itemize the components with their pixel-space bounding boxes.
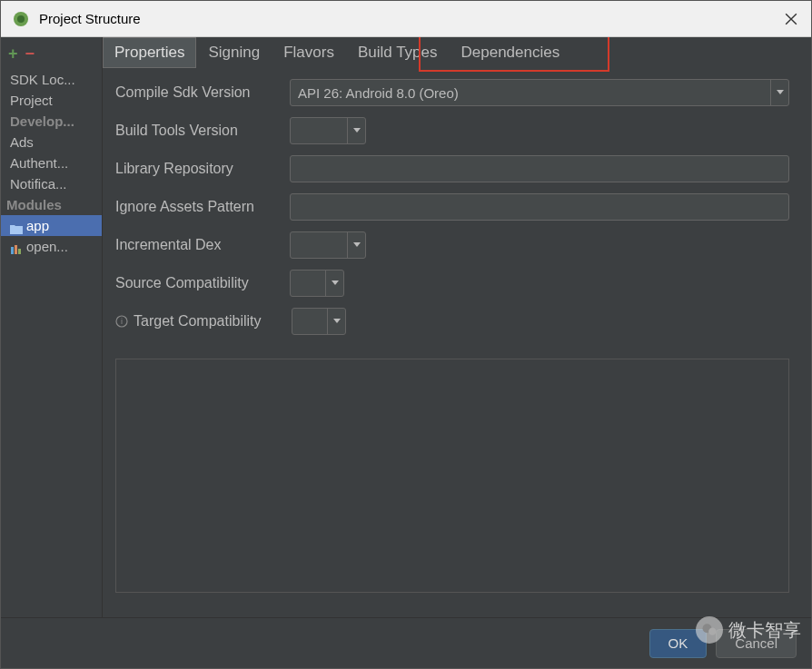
- label-build-tools: Build Tools Version: [115, 123, 290, 139]
- app-icon: [12, 10, 30, 28]
- incremental-dex-combo[interactable]: [290, 231, 366, 259]
- tab-flavors[interactable]: Flavors: [272, 37, 346, 68]
- sidebar-item-sdk-location[interactable]: SDK Loc...: [1, 69, 102, 90]
- library-repo-input[interactable]: [290, 155, 789, 182]
- add-icon[interactable]: +: [8, 44, 18, 64]
- svg-text:i: i: [121, 317, 123, 326]
- folder-icon: [10, 221, 23, 232]
- label-ignore-assets: Ignore Assets Pattern: [115, 199, 290, 215]
- sidebar-item-ads[interactable]: Ads: [1, 132, 102, 152]
- main-panel: Properties Signing Flavors Build Types D…: [103, 37, 811, 617]
- tab-properties[interactable]: Properties: [103, 37, 196, 68]
- sidebar-item-project[interactable]: Project: [1, 90, 102, 111]
- footer: OK Cancel: [1, 617, 811, 668]
- tab-dependencies[interactable]: Dependencies: [450, 37, 572, 68]
- label-target-compat: Target Compatibility: [134, 313, 292, 330]
- chevron-down-icon[interactable]: [770, 80, 788, 105]
- label-library-repo: Library Repository: [115, 161, 290, 177]
- module-label: open...: [26, 239, 68, 254]
- window-title: Project Structure: [39, 11, 782, 26]
- options-panel: [115, 359, 789, 593]
- compile-sdk-combo[interactable]: API 26: Android 8.0 (Oreo): [290, 79, 789, 106]
- sidebar-toolbar: + −: [1, 41, 102, 69]
- titlebar: Project Structure: [1, 1, 811, 37]
- tabs: Properties Signing Flavors Build Types D…: [103, 37, 802, 68]
- tab-build-types[interactable]: Build Types: [346, 37, 450, 68]
- ok-button[interactable]: OK: [649, 629, 708, 658]
- svg-rect-3: [15, 245, 17, 254]
- cancel-button[interactable]: Cancel: [716, 629, 797, 658]
- label-compile-sdk: Compile Sdk Version: [115, 84, 290, 101]
- sidebar: + − SDK Loc... Project Develop... Ads Au…: [1, 37, 103, 617]
- form-area: Compile Sdk Version API 26: Android 8.0 …: [103, 68, 802, 351]
- svg-rect-4: [18, 249, 21, 254]
- chevron-down-icon[interactable]: [325, 271, 343, 296]
- bars-icon: [10, 242, 23, 253]
- sidebar-item-notifications[interactable]: Notifica...: [1, 173, 102, 194]
- remove-icon[interactable]: −: [25, 44, 35, 64]
- svg-point-1: [17, 15, 25, 23]
- close-icon[interactable]: [782, 10, 800, 28]
- sidebar-module-app[interactable]: app: [1, 215, 102, 236]
- module-label: app: [26, 218, 49, 233]
- chevron-down-icon[interactable]: [327, 309, 345, 334]
- chevron-down-icon[interactable]: [347, 232, 365, 258]
- chevron-down-icon[interactable]: [347, 118, 365, 143]
- help-icon[interactable]: i: [115, 315, 128, 328]
- label-incremental-dex: Incremental Dex: [115, 237, 290, 253]
- target-compat-combo[interactable]: [292, 308, 346, 335]
- sidebar-module-open[interactable]: open...: [1, 236, 102, 257]
- tab-signing[interactable]: Signing: [196, 37, 272, 68]
- svg-rect-2: [11, 247, 14, 254]
- label-source-compat: Source Compatibility: [115, 275, 290, 291]
- source-compat-combo[interactable]: [290, 270, 344, 297]
- sidebar-item-authentication[interactable]: Authent...: [1, 152, 102, 173]
- sidebar-item-developer-services[interactable]: Develop...: [1, 111, 102, 132]
- compile-sdk-value: API 26: Android 8.0 (Oreo): [298, 85, 767, 101]
- build-tools-combo[interactable]: [290, 117, 366, 144]
- sidebar-modules-header: Modules: [1, 194, 102, 215]
- ignore-assets-input[interactable]: [290, 193, 789, 221]
